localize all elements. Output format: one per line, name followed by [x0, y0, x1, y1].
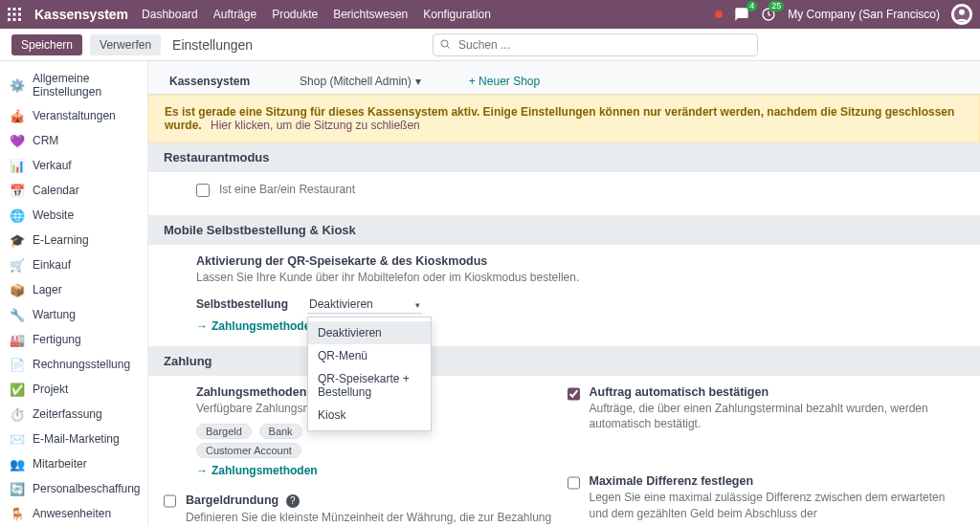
help-icon[interactable]: ?: [286, 494, 300, 508]
sidebar-icon: 🛒: [10, 257, 25, 273]
sidebar-item-8[interactable]: 📦Lager: [0, 277, 147, 302]
sidebar-item-9[interactable]: 🔧Wartung: [0, 302, 147, 327]
sidebar-icon: 🔧: [10, 307, 25, 322]
auto-confirm-desc: Aufträge, die über einen Zahlungstermina…: [590, 401, 966, 433]
option-qr-menu[interactable]: QR-Menü: [308, 344, 431, 367]
sidebar-label: Projekt: [33, 383, 68, 396]
sidebar-item-17[interactable]: 🪑Anwesenheiten: [0, 501, 147, 526]
section-header-restaurant: Restaurantmodus: [148, 142, 980, 172]
sidebar-item-3[interactable]: 📊Verkauf: [0, 153, 147, 178]
option-deactivate[interactable]: Deaktivieren: [308, 321, 431, 344]
apps-icon[interactable]: [8, 8, 21, 21]
sidebar-item-14[interactable]: ✉️E-Mail-Marketing: [0, 427, 147, 451]
shop-selector[interactable]: Shop (Mitchell Admin)▾: [300, 75, 421, 88]
sidebar-item-6[interactable]: 🎓E-Learning: [0, 228, 147, 252]
settings-content: Kassensystem Shop (Mitchell Admin)▾ + Ne…: [148, 61, 980, 526]
kiosk-desc: Lassen Sie Ihre Kunde über ihr Mobiltele…: [196, 270, 965, 286]
svg-rect-2: [18, 8, 21, 11]
sidebar-icon: 🎪: [10, 108, 25, 123]
sidebar-icon: ✉️: [10, 431, 25, 447]
sidebar-item-1[interactable]: 🎪Veranstaltungen: [0, 103, 147, 128]
menu-config[interactable]: Konfiguration: [423, 8, 491, 21]
svg-line-13: [447, 46, 449, 48]
activity-icon[interactable]: 25: [761, 7, 776, 22]
cash-rounding-checkbox[interactable]: [164, 494, 176, 508]
warning-banner: Es ist gerade eine Sitzung für dieses Ka…: [148, 95, 980, 142]
sidebar-icon: 🌐: [10, 208, 25, 223]
sidebar-item-0[interactable]: ⚙️Allgemeine Einstellungen: [0, 67, 147, 103]
sidebar-icon: 🔄: [10, 481, 25, 496]
search-icon: [439, 38, 451, 53]
is-bar-checkbox[interactable]: [196, 184, 210, 197]
app-title[interactable]: Kassensystem: [34, 7, 128, 22]
sidebar-label: Veranstaltungen: [33, 109, 116, 122]
save-button[interactable]: Speichern: [11, 34, 82, 55]
menu-reports[interactable]: Berichtswesen: [333, 8, 408, 21]
svg-rect-3: [8, 13, 11, 16]
svg-rect-4: [13, 13, 16, 16]
sidebar-label: Fertigung: [33, 333, 81, 346]
sidebar-item-5[interactable]: 🌐Website: [0, 203, 147, 228]
svg-rect-7: [13, 18, 16, 21]
status-dot-icon: [715, 11, 723, 18]
sidebar-icon: ⏱️: [10, 406, 25, 422]
payment-methods-link[interactable]: →Zahlungsmethoden: [196, 464, 318, 477]
svg-rect-0: [8, 8, 11, 11]
section-header-payment: Zahlung: [148, 346, 980, 376]
section-header-kiosk: Mobile Selbstbestellung & Kiosk: [148, 215, 980, 245]
chat-icon[interactable]: 4: [734, 7, 749, 22]
sidebar-icon: ⚙️: [10, 77, 25, 93]
max-diff-title: Maximale Differenz festlegen: [590, 474, 966, 488]
tag-customer-account[interactable]: Customer Account: [196, 443, 301, 458]
sidebar-label: Personalbeschaffung: [33, 482, 141, 495]
svg-point-12: [441, 40, 448, 47]
svg-rect-5: [18, 13, 21, 16]
avatar[interactable]: [951, 4, 972, 25]
tab-bar: Kassensystem Shop (Mitchell Admin)▾ + Ne…: [148, 61, 980, 95]
auto-confirm-checkbox[interactable]: [568, 387, 580, 401]
option-kiosk[interactable]: Kiosk: [308, 404, 431, 427]
menu-orders[interactable]: Aufträge: [213, 8, 256, 21]
sidebar-icon: 🪑: [10, 506, 25, 521]
sidebar-item-13[interactable]: ⏱️Zeiterfassung: [0, 402, 147, 427]
self-order-label: Selbstbestellung: [196, 297, 288, 311]
option-qr-order[interactable]: QR-Speisekarte + Bestellung: [308, 367, 431, 404]
tag-cash[interactable]: Bargeld: [196, 424, 252, 439]
max-diff-desc: Legen Sie eine maximal zulässige Differe…: [590, 490, 966, 522]
sidebar-item-11[interactable]: 📄Rechnungsstellung: [0, 352, 147, 377]
close-session-link[interactable]: Hier klicken, um die Sitzung zu schließe…: [211, 119, 420, 132]
sidebar-label: Website: [33, 208, 74, 222]
cash-rounding-desc: Definieren Sie die kleinste Münzeinheit …: [186, 510, 562, 526]
tag-bank[interactable]: Bank: [259, 424, 302, 439]
new-shop-link[interactable]: + Neuer Shop: [469, 75, 540, 88]
sidebar-item-12[interactable]: ✅Projekt: [0, 377, 147, 402]
sidebar-icon: 🎓: [10, 232, 25, 248]
svg-point-11: [959, 10, 965, 15]
sidebar-label: Allgemeine Einstellungen: [33, 72, 138, 99]
search-input[interactable]: [433, 33, 758, 56]
sidebar-icon: 👥: [10, 456, 25, 471]
self-order-select[interactable]: Deaktivieren: [307, 296, 422, 314]
svg-rect-6: [8, 18, 11, 21]
max-diff-checkbox[interactable]: [568, 476, 580, 490]
sidebar-label: E-Mail-Marketing: [33, 432, 120, 446]
sidebar-label: Einkauf: [33, 258, 71, 272]
kiosk-payments-link[interactable]: →Zahlungsmethoden: [196, 319, 318, 333]
auto-confirm-title: Auftrag automatisch bestätigen: [590, 385, 966, 399]
sidebar-label: Mitarbeiter: [33, 457, 87, 471]
sidebar-item-16[interactable]: 🔄Personalbeschaffung: [0, 476, 147, 501]
svg-rect-8: [18, 18, 21, 21]
tab-kassensystem[interactable]: Kassensystem: [167, 69, 252, 94]
sidebar-item-15[interactable]: 👥Mitarbeiter: [0, 451, 147, 476]
sidebar-label: Zeiterfassung: [33, 407, 102, 421]
sidebar-item-10[interactable]: 🏭Fertigung: [0, 327, 147, 352]
sidebar-label: Anwesenheiten: [33, 507, 111, 520]
sidebar-item-4[interactable]: 📅Calendar: [0, 178, 147, 203]
sidebar-item-7[interactable]: 🛒Einkauf: [0, 252, 147, 277]
company-name[interactable]: My Company (San Francisco): [788, 8, 940, 21]
menu-products[interactable]: Produkte: [272, 8, 318, 21]
menu-dashboard[interactable]: Dashboard: [142, 8, 198, 21]
arrow-right-icon: →: [196, 464, 208, 477]
discard-button[interactable]: Verwerfen: [90, 34, 161, 55]
sidebar-item-2[interactable]: 💜CRM: [0, 128, 147, 153]
